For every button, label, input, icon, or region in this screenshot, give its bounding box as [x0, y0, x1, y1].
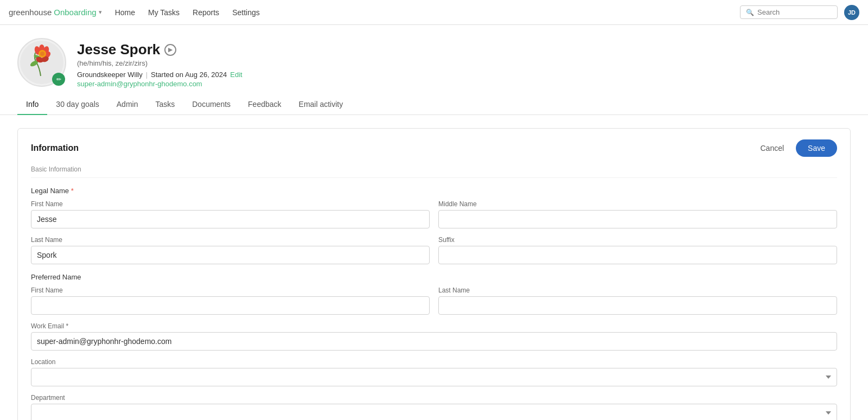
form-section-title: Information [31, 143, 79, 153]
nav-links: Home My Tasks Reports Settings [115, 8, 260, 17]
profile-header: ✏ Jesse Spork ▶ (he/him/his, ze/zir/zirs… [0, 25, 868, 94]
search-input[interactable] [757, 8, 832, 16]
pref-first-name-label: First Name [31, 287, 430, 294]
location-label: Location [31, 358, 837, 366]
profile-name-container: Jesse Spork ▶ [77, 41, 242, 58]
legal-first-name-col: First Name [31, 200, 430, 228]
brand-name-greenhouse: greenhouse [9, 8, 52, 17]
work-email-row: Work Email * [31, 322, 837, 351]
brand-name-onboarding: Onboarding [54, 8, 96, 17]
profile-role-row: Groundskeeper Willy | Started on Aug 26,… [77, 71, 242, 79]
basic-info-label: Basic Information [31, 166, 837, 178]
legal-middle-name-input[interactable] [438, 210, 837, 228]
edit-role-link[interactable]: Edit [230, 71, 242, 79]
legal-name-title: Legal Name * [31, 187, 837, 195]
user-avatar[interactable]: JD [844, 5, 859, 20]
legal-first-name-label: First Name [31, 200, 430, 208]
profile-email[interactable]: super-admin@gryphonhr-ghodemo.com [77, 80, 242, 88]
suffix-label: Suffix [438, 236, 837, 244]
department-label: Department [31, 394, 837, 402]
edit-avatar-button[interactable]: ✏ [52, 73, 65, 86]
work-email-label: Work Email * [31, 322, 837, 330]
legal-last-name-input[interactable] [31, 246, 430, 264]
legal-name-row-2: Last Name Suffix [31, 236, 837, 264]
tab-admin[interactable]: Admin [108, 94, 147, 115]
cancel-button[interactable]: Cancel [754, 139, 790, 157]
preferred-name-row: First Name Last Name [31, 287, 837, 315]
navbar-right: 🔍 JD [740, 5, 859, 20]
tab-email-activity[interactable]: Email activity [290, 94, 352, 115]
tab-info[interactable]: Info [17, 94, 47, 115]
pref-first-name-col: First Name [31, 287, 430, 315]
nav-reports[interactable]: Reports [193, 8, 219, 17]
form-section-header: Information Cancel Save [31, 139, 837, 157]
location-col: Location [31, 358, 837, 386]
tab-tasks[interactable]: Tasks [146, 94, 183, 115]
profile-name-text: Jesse Spork [77, 41, 160, 58]
svg-point-10 [40, 52, 44, 56]
brand-chevron-icon: ▾ [99, 9, 102, 16]
department-row: Department [31, 394, 837, 420]
tab-documents[interactable]: Documents [183, 94, 239, 115]
legal-first-name-input[interactable] [31, 210, 430, 228]
pref-first-name-input[interactable] [31, 296, 430, 315]
suffix-col: Suffix [438, 236, 837, 264]
profile-info: Jesse Spork ▶ (he/him/his, ze/zir/zirs) … [77, 38, 242, 88]
profile-role-text: Groundskeeper Willy [77, 71, 143, 79]
department-col: Department [31, 394, 837, 420]
legal-last-name-label: Last Name [31, 236, 430, 244]
required-marker: * [71, 187, 74, 195]
preferred-name-title: Preferred Name [31, 273, 837, 281]
brand-logo[interactable]: greenhouseOnboarding ▾ [9, 8, 102, 17]
pref-last-name-col: Last Name [438, 287, 837, 315]
work-email-required-marker: * [66, 322, 68, 330]
work-email-col: Work Email * [31, 322, 837, 351]
profile-tabs: Info 30 day goals Admin Tasks Documents … [0, 94, 868, 115]
pref-last-name-input[interactable] [438, 296, 837, 315]
tab-30-day-goals[interactable]: 30 day goals [47, 94, 107, 115]
navbar: greenhouseOnboarding ▾ Home My Tasks Rep… [0, 0, 868, 25]
legal-last-name-col: Last Name [31, 236, 430, 264]
profile-started-text: Started on Aug 26, 2024 [151, 71, 227, 79]
main-content: Information Cancel Save Basic Informatio… [0, 115, 868, 420]
play-pronunciation-button[interactable]: ▶ [164, 44, 176, 56]
location-row: Location [31, 358, 837, 386]
nav-my-tasks[interactable]: My Tasks [148, 8, 180, 17]
location-select[interactable] [31, 368, 837, 386]
nav-home[interactable]: Home [115, 8, 135, 17]
information-section: Information Cancel Save Basic Informatio… [17, 128, 851, 420]
profile-pronouns: (he/him/his, ze/zir/zirs) [77, 59, 242, 67]
nav-settings[interactable]: Settings [232, 8, 260, 17]
legal-middle-name-col: Middle Name [438, 200, 837, 228]
suffix-input[interactable] [438, 246, 837, 264]
tab-feedback[interactable]: Feedback [239, 94, 290, 115]
form-actions: Cancel Save [754, 139, 837, 157]
search-box[interactable]: 🔍 [740, 5, 838, 19]
pref-last-name-label: Last Name [438, 287, 837, 294]
save-button[interactable]: Save [796, 139, 837, 157]
avatar-container: ✏ [17, 38, 66, 87]
legal-name-row-1: First Name Middle Name [31, 200, 837, 228]
legal-middle-name-label: Middle Name [438, 200, 837, 208]
work-email-input[interactable] [31, 332, 837, 351]
pipe-separator: | [146, 71, 148, 79]
department-select[interactable] [31, 404, 837, 420]
search-icon: 🔍 [746, 9, 754, 16]
